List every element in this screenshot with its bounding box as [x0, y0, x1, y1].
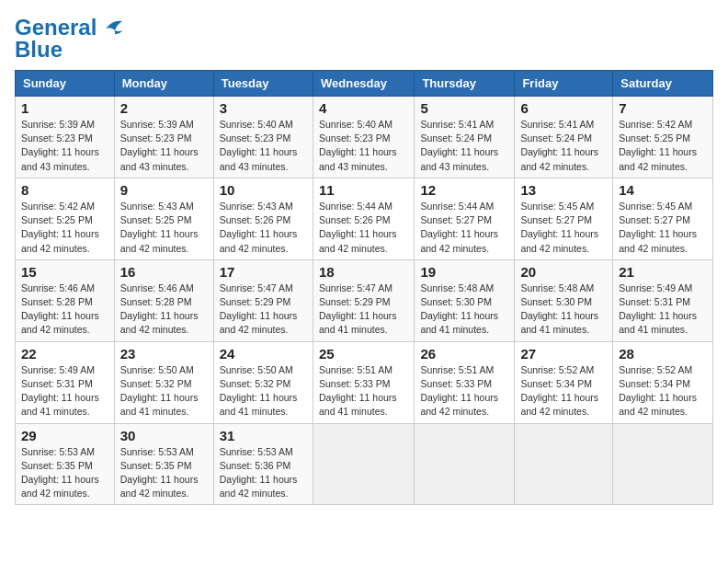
calendar-week-5: 29 Sunrise: 5:53 AMSunset: 5:35 PMDaylig…	[16, 423, 713, 505]
weekday-header-monday: Monday	[114, 71, 213, 97]
header: General Blue	[15, 15, 713, 63]
day-number: 25	[319, 346, 408, 362]
day-detail: Sunrise: 5:47 AMSunset: 5:29 PMDaylight:…	[220, 282, 298, 336]
day-detail: Sunrise: 5:41 AMSunset: 5:24 PMDaylight:…	[420, 119, 498, 172]
calendar-cell: 14 Sunrise: 5:45 AMSunset: 5:27 PMDaylig…	[613, 178, 713, 259]
day-number: 28	[619, 346, 707, 362]
logo-blue: Blue	[15, 37, 63, 63]
calendar-cell: 6 Sunrise: 5:41 AMSunset: 5:24 PMDayligh…	[515, 97, 613, 178]
day-number: 9	[120, 182, 208, 198]
calendar-cell: 26 Sunrise: 5:51 AMSunset: 5:33 PMDaylig…	[415, 341, 515, 423]
calendar-week-4: 22 Sunrise: 5:49 AMSunset: 5:31 PMDaylig…	[16, 341, 713, 423]
day-number: 5	[420, 100, 508, 116]
calendar-cell: 13 Sunrise: 5:45 AMSunset: 5:27 PMDaylig…	[515, 178, 613, 259]
day-detail: Sunrise: 5:46 AMSunset: 5:28 PMDaylight:…	[21, 282, 99, 336]
calendar-cell	[515, 423, 613, 505]
calendar-cell: 23 Sunrise: 5:50 AMSunset: 5:32 PMDaylig…	[114, 341, 213, 423]
weekday-header-saturday: Saturday	[613, 71, 713, 97]
day-number: 15	[21, 264, 108, 280]
day-detail: Sunrise: 5:42 AMSunset: 5:25 PMDaylight:…	[21, 201, 99, 254]
day-detail: Sunrise: 5:43 AMSunset: 5:26 PMDaylight:…	[220, 201, 298, 254]
day-detail: Sunrise: 5:50 AMSunset: 5:32 PMDaylight:…	[220, 364, 298, 418]
day-number: 29	[21, 428, 108, 443]
day-detail: Sunrise: 5:53 AMSunset: 5:35 PMDaylight:…	[120, 446, 199, 500]
day-number: 8	[21, 182, 108, 198]
calendar-cell: 8 Sunrise: 5:42 AMSunset: 5:25 PMDayligh…	[16, 178, 115, 259]
day-number: 20	[520, 264, 607, 280]
day-detail: Sunrise: 5:48 AMSunset: 5:30 PMDaylight:…	[520, 282, 598, 336]
day-number: 18	[319, 264, 408, 280]
weekday-header-friday: Friday	[515, 71, 613, 97]
calendar-week-1: 1 Sunrise: 5:39 AMSunset: 5:23 PMDayligh…	[16, 97, 713, 178]
calendar-week-2: 8 Sunrise: 5:42 AMSunset: 5:25 PMDayligh…	[16, 178, 713, 259]
day-detail: Sunrise: 5:39 AMSunset: 5:23 PMDaylight:…	[120, 119, 199, 172]
day-detail: Sunrise: 5:40 AMSunset: 5:23 PMDaylight:…	[319, 119, 397, 172]
day-detail: Sunrise: 5:51 AMSunset: 5:33 PMDaylight:…	[420, 364, 498, 418]
day-detail: Sunrise: 5:48 AMSunset: 5:30 PMDaylight:…	[420, 282, 498, 336]
calendar-cell: 17 Sunrise: 5:47 AMSunset: 5:29 PMDaylig…	[213, 259, 313, 341]
day-number: 21	[619, 264, 707, 280]
weekday-header-wednesday: Wednesday	[313, 71, 414, 97]
calendar-cell	[613, 423, 713, 505]
day-number: 6	[520, 100, 607, 116]
calendar-cell: 29 Sunrise: 5:53 AMSunset: 5:35 PMDaylig…	[16, 423, 115, 505]
day-number: 23	[120, 346, 208, 362]
weekday-header-thursday: Thursday	[415, 71, 515, 97]
day-number: 31	[220, 428, 307, 443]
day-detail: Sunrise: 5:43 AMSunset: 5:25 PMDaylight:…	[120, 201, 199, 254]
calendar-cell: 25 Sunrise: 5:51 AMSunset: 5:33 PMDaylig…	[313, 341, 414, 423]
calendar-cell: 10 Sunrise: 5:43 AMSunset: 5:26 PMDaylig…	[213, 178, 313, 259]
calendar-cell: 11 Sunrise: 5:44 AMSunset: 5:26 PMDaylig…	[313, 178, 414, 259]
day-detail: Sunrise: 5:45 AMSunset: 5:27 PMDaylight:…	[520, 201, 598, 254]
day-detail: Sunrise: 5:42 AMSunset: 5:25 PMDaylight:…	[619, 119, 697, 172]
calendar-cell: 1 Sunrise: 5:39 AMSunset: 5:23 PMDayligh…	[16, 97, 115, 178]
calendar-cell: 16 Sunrise: 5:46 AMSunset: 5:28 PMDaylig…	[114, 259, 213, 341]
day-detail: Sunrise: 5:45 AMSunset: 5:27 PMDaylight:…	[619, 201, 697, 254]
calendar-cell: 20 Sunrise: 5:48 AMSunset: 5:30 PMDaylig…	[515, 259, 613, 341]
calendar-cell: 28 Sunrise: 5:52 AMSunset: 5:34 PMDaylig…	[613, 341, 713, 423]
weekday-header-sunday: Sunday	[16, 71, 115, 97]
calendar-cell: 2 Sunrise: 5:39 AMSunset: 5:23 PMDayligh…	[114, 97, 213, 178]
day-number: 2	[120, 100, 208, 116]
day-detail: Sunrise: 5:50 AMSunset: 5:32 PMDaylight:…	[120, 364, 199, 418]
day-detail: Sunrise: 5:40 AMSunset: 5:23 PMDaylight:…	[220, 119, 298, 172]
calendar-week-3: 15 Sunrise: 5:46 AMSunset: 5:28 PMDaylig…	[16, 259, 713, 341]
day-detail: Sunrise: 5:52 AMSunset: 5:34 PMDaylight:…	[619, 364, 697, 418]
day-number: 7	[619, 100, 707, 116]
calendar-cell: 9 Sunrise: 5:43 AMSunset: 5:25 PMDayligh…	[114, 178, 213, 259]
day-detail: Sunrise: 5:52 AMSunset: 5:34 PMDaylight:…	[520, 364, 598, 418]
calendar-cell: 27 Sunrise: 5:52 AMSunset: 5:34 PMDaylig…	[515, 341, 613, 423]
calendar-cell	[313, 423, 414, 505]
weekday-header-tuesday: Tuesday	[213, 71, 313, 97]
day-detail: Sunrise: 5:53 AMSunset: 5:36 PMDaylight:…	[220, 446, 298, 500]
calendar-cell: 3 Sunrise: 5:40 AMSunset: 5:23 PMDayligh…	[213, 97, 313, 178]
day-number: 22	[21, 346, 108, 362]
day-detail: Sunrise: 5:44 AMSunset: 5:26 PMDaylight:…	[319, 201, 397, 254]
calendar-cell: 12 Sunrise: 5:44 AMSunset: 5:27 PMDaylig…	[415, 178, 515, 259]
calendar-cell: 19 Sunrise: 5:48 AMSunset: 5:30 PMDaylig…	[415, 259, 515, 341]
day-detail: Sunrise: 5:49 AMSunset: 5:31 PMDaylight:…	[619, 282, 697, 336]
calendar-cell: 30 Sunrise: 5:53 AMSunset: 5:35 PMDaylig…	[114, 423, 213, 505]
day-detail: Sunrise: 5:41 AMSunset: 5:24 PMDaylight:…	[520, 119, 598, 172]
day-number: 24	[220, 346, 307, 362]
logo-bird-icon	[97, 17, 124, 38]
day-number: 19	[420, 264, 508, 280]
day-number: 4	[319, 100, 408, 116]
calendar-cell	[415, 423, 515, 505]
calendar-cell: 7 Sunrise: 5:42 AMSunset: 5:25 PMDayligh…	[613, 97, 713, 178]
day-number: 30	[120, 428, 208, 443]
calendar-cell: 4 Sunrise: 5:40 AMSunset: 5:23 PMDayligh…	[313, 97, 414, 178]
day-detail: Sunrise: 5:47 AMSunset: 5:29 PMDaylight:…	[319, 282, 397, 336]
calendar-cell: 5 Sunrise: 5:41 AMSunset: 5:24 PMDayligh…	[415, 97, 515, 178]
calendar-cell: 15 Sunrise: 5:46 AMSunset: 5:28 PMDaylig…	[16, 259, 115, 341]
day-number: 1	[21, 100, 108, 116]
day-number: 13	[520, 182, 607, 198]
day-number: 27	[520, 346, 607, 362]
day-number: 12	[420, 182, 508, 198]
day-detail: Sunrise: 5:46 AMSunset: 5:28 PMDaylight:…	[120, 282, 199, 336]
calendar-cell: 24 Sunrise: 5:50 AMSunset: 5:32 PMDaylig…	[213, 341, 313, 423]
day-detail: Sunrise: 5:49 AMSunset: 5:31 PMDaylight:…	[21, 364, 99, 418]
logo: General Blue	[15, 15, 124, 63]
day-number: 26	[420, 346, 508, 362]
calendar-cell: 22 Sunrise: 5:49 AMSunset: 5:31 PMDaylig…	[16, 341, 115, 423]
